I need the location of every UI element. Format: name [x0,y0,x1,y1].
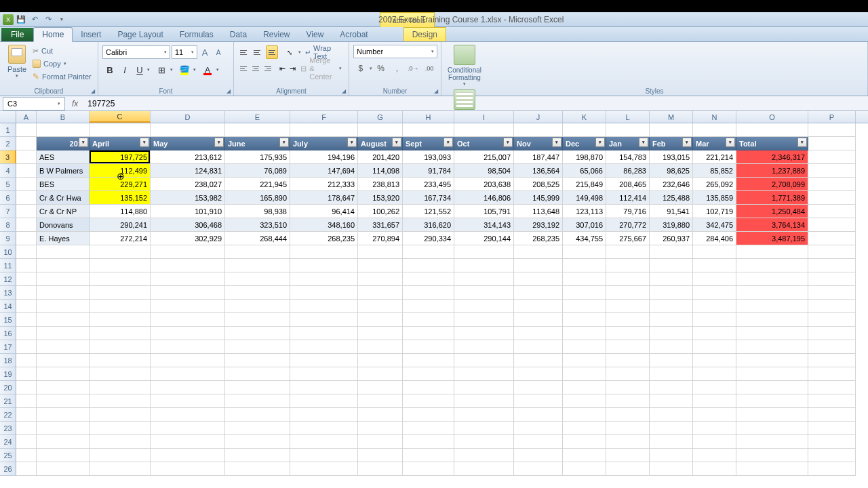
cell[interactable] [514,449,563,462]
cell[interactable] [16,286,37,300]
cell[interactable] [90,435,151,449]
cell[interactable] [225,381,290,394]
cell[interactable]: 268,235 [514,232,563,245]
cell[interactable] [16,327,37,340]
cell[interactable] [37,381,90,394]
cell[interactable] [606,394,650,408]
cell[interactable] [90,327,151,340]
cell[interactable] [90,123,151,137]
cell[interactable] [650,286,693,300]
cell[interactable]: 302,929 [151,232,225,245]
cell[interactable] [16,178,37,191]
cell[interactable] [736,272,808,286]
cell[interactable] [693,354,736,367]
cell[interactable] [693,408,736,422]
cell[interactable]: 213,612 [151,150,225,164]
cell[interactable]: 76,089 [225,164,290,178]
filter-icon[interactable]: ▾ [392,138,401,147]
cell[interactable] [403,313,454,327]
cell[interactable]: 2,346,317 [736,150,808,164]
cell[interactable] [606,408,650,422]
cell[interactable] [358,408,403,422]
cell[interactable] [290,259,358,272]
row-header[interactable]: 25 [0,449,16,462]
cell[interactable] [736,394,808,408]
col-header[interactable]: N [693,111,736,123]
cell[interactable] [454,354,514,367]
cell[interactable] [606,123,650,137]
cell[interactable] [225,435,290,449]
cell[interactable]: 197,725 [90,150,151,164]
cell[interactable] [563,394,606,408]
cell[interactable] [358,259,403,272]
cell[interactable] [650,449,693,462]
cell[interactable] [290,408,358,422]
cell[interactable] [151,408,225,422]
cell[interactable]: Dec▾ [563,137,606,150]
cell[interactable] [693,435,736,449]
cell[interactable] [37,422,90,435]
cell[interactable]: 198,870 [563,150,606,164]
cell[interactable]: 85,852 [693,164,736,178]
col-header[interactable]: L [606,111,650,123]
row-header[interactable]: 22 [0,408,16,422]
cell[interactable] [403,245,454,259]
cell[interactable] [151,354,225,367]
cell[interactable] [90,259,151,272]
cell[interactable] [514,408,563,422]
cell[interactable] [454,462,514,476]
cell[interactable] [514,354,563,367]
cell[interactable] [454,123,514,137]
cell[interactable] [808,340,856,354]
cell[interactable] [225,327,290,340]
cell[interactable]: 284,406 [693,232,736,245]
cell[interactable]: 221,945 [225,178,290,191]
font-color-button[interactable]: A [199,62,216,77]
cell[interactable] [514,300,563,313]
cell[interactable]: Cr & Cr NP [37,205,90,218]
cell[interactable] [16,435,37,449]
cell[interactable] [151,462,225,476]
cell[interactable]: 270,894 [358,232,403,245]
cell[interactable] [514,394,563,408]
cell[interactable]: 342,475 [693,218,736,232]
cell[interactable] [358,272,403,286]
cell[interactable]: 290,144 [454,232,514,245]
cell[interactable] [606,435,650,449]
cell[interactable] [693,449,736,462]
cell[interactable]: 124,831 [151,164,225,178]
cell[interactable] [90,272,151,286]
cell[interactable] [403,422,454,435]
cell[interactable] [37,300,90,313]
cell[interactable] [606,354,650,367]
cell[interactable] [650,300,693,313]
cell[interactable]: 1,771,389 [736,191,808,205]
cell[interactable]: E. Hayes [37,232,90,245]
cell[interactable] [37,313,90,327]
name-box[interactable]: C3▾ [3,97,65,110]
cell[interactable]: 135,859 [693,191,736,205]
cell[interactable] [151,449,225,462]
cell[interactable]: 203,638 [454,178,514,191]
cell[interactable] [606,313,650,327]
cell[interactable] [808,367,856,381]
cell[interactable] [403,340,454,354]
cell[interactable] [403,327,454,340]
cell[interactable] [650,381,693,394]
cell[interactable]: 215,849 [563,178,606,191]
filter-icon[interactable]: ▾ [79,138,88,147]
cell[interactable] [37,449,90,462]
cell[interactable] [454,340,514,354]
cell[interactable] [563,340,606,354]
cell[interactable]: Feb▾ [650,137,693,150]
select-all-corner[interactable] [0,111,16,123]
row-header[interactable]: 3 [0,150,16,164]
cell[interactable] [736,367,808,381]
cell[interactable] [808,435,856,449]
cell[interactable] [290,313,358,327]
cell[interactable] [290,422,358,435]
cell[interactable] [808,178,856,191]
cell[interactable] [225,300,290,313]
data-tab[interactable]: Data [222,28,255,41]
cell[interactable] [290,286,358,300]
